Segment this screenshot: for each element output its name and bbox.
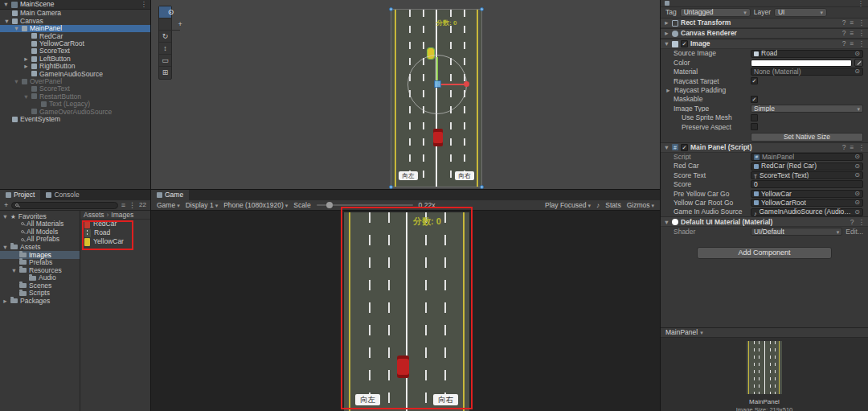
expand-arrow-icon[interactable]	[23, 55, 29, 63]
hierarchy-item-yellowcarroot[interactable]: YellowCarRoot	[0, 40, 150, 47]
use-sprite-mesh-checkbox[interactable]	[751, 114, 758, 121]
expand-arrow-icon[interactable]	[11, 267, 17, 274]
resize-handle[interactable]	[389, 7, 393, 11]
favorite-all-models[interactable]: All Models	[0, 228, 80, 236]
hierarchy-item-canvas[interactable]: Canvas	[0, 17, 150, 24]
material-field[interactable]: None (Material)	[751, 68, 863, 76]
help-icon[interactable]	[842, 40, 846, 47]
hierarchy-item-rightbutton[interactable]: RightButton	[0, 63, 150, 70]
scene-foldout-icon[interactable]	[3, 1, 9, 8]
hierarchy-scene-header[interactable]: MainScene	[0, 0, 150, 10]
raycast-padding-row[interactable]: Raycast Padding	[661, 86, 868, 95]
right-button[interactable]: 向右	[433, 394, 458, 405]
project-search[interactable]	[11, 202, 118, 209]
pre-yellow-car-field[interactable]: YellowCar	[751, 190, 863, 198]
object-picker-icon[interactable]	[854, 68, 860, 75]
breadcrumb-current[interactable]: Images	[111, 212, 133, 219]
resolution-dropdown[interactable]: Phone (1080x1920)	[223, 202, 288, 209]
pivot-handle[interactable]	[434, 80, 441, 88]
hierarchy-item-scoretext-over[interactable]: ScoreText	[0, 85, 150, 92]
road-sprite[interactable]: 分数: 0 向左 向右	[391, 10, 481, 187]
main-panel-script-header[interactable]: Main Panel (Script)	[661, 142, 868, 153]
mute-audio-icon[interactable]	[596, 202, 600, 209]
hierarchy-item-eventsystem[interactable]: EventSystem	[0, 115, 150, 122]
shader-dropdown[interactable]: UI/Default	[751, 228, 842, 236]
preview-header[interactable]: MainPanel	[661, 328, 868, 338]
expand-arrow-icon[interactable]	[2, 244, 8, 251]
road-image[interactable]: 分数: 0 向左 向右	[344, 212, 469, 411]
script-field[interactable]: MainPanel	[751, 153, 863, 161]
expand-arrow-icon[interactable]	[23, 63, 29, 70]
more-icon[interactable]	[141, 1, 148, 8]
canvas-renderer-header[interactable]: Canvas Renderer	[661, 28, 868, 39]
play-focused-dropdown[interactable]: Play Focused	[545, 202, 591, 209]
folder-resources[interactable]: Resources	[0, 266, 80, 274]
game-view[interactable]: Game Game Display 1 Phone (1080x1920) Sc…	[151, 190, 660, 411]
maskable-checkbox[interactable]	[751, 96, 758, 103]
tab-game[interactable]: Game	[151, 190, 189, 200]
expand-arrow-icon[interactable]	[4, 18, 10, 25]
asset-redcar[interactable]: RedCar	[80, 220, 150, 228]
folder-audio[interactable]: Audio	[0, 274, 80, 282]
game-in-audio-field[interactable]: GameInAudioSource (Audio Source)	[751, 208, 863, 216]
expand-arrow-icon[interactable]	[23, 93, 29, 101]
image-type-dropdown[interactable]: Simple	[751, 105, 863, 113]
folder-prefabs[interactable]: Prefabs	[0, 259, 80, 267]
add-component-button[interactable]: Add Component	[697, 247, 832, 259]
rotate-tool-button[interactable]	[159, 31, 171, 43]
left-button[interactable]: 向左	[399, 171, 418, 180]
tab-console[interactable]: Console	[40, 190, 84, 200]
assets-root[interactable]: Assets	[0, 243, 80, 251]
rect-tool-button[interactable]	[159, 55, 171, 67]
breadcrumb-root[interactable]: Assets	[84, 212, 104, 219]
scale-slider-handle[interactable]	[326, 202, 333, 208]
stats-button[interactable]: Stats	[605, 202, 620, 209]
move-tool-button[interactable]	[159, 18, 180, 31]
yellow-car-root-field[interactable]: YellowCarRoot	[751, 199, 863, 207]
object-picker-icon[interactable]	[854, 199, 860, 206]
hierarchy-item-text-legacy[interactable]: Text (Legacy)	[0, 101, 150, 108]
foldout-icon[interactable]	[665, 87, 671, 94]
object-picker-icon[interactable]	[854, 209, 860, 216]
hierarchy-item-scoretext[interactable]: ScoreText	[0, 47, 150, 55]
edit-button[interactable]: Edit...	[845, 228, 863, 236]
tag-dropdown[interactable]: Untagged	[680, 8, 751, 17]
folder-scenes[interactable]: Scenes	[0, 282, 80, 290]
hierarchy-item-mainpanel[interactable]: MainPanel	[0, 25, 150, 32]
component-enabled-checkbox[interactable]	[681, 144, 688, 151]
gizmos-dropdown[interactable]: Gizmos	[627, 202, 654, 209]
set-native-size-button[interactable]: Set Native Size	[751, 133, 863, 142]
asset-road[interactable]: Road	[80, 228, 150, 237]
object-picker-icon[interactable]	[854, 154, 860, 160]
more-icon[interactable]	[858, 30, 866, 37]
foldout-icon[interactable]	[664, 19, 669, 27]
scale-tool-button[interactable]	[159, 43, 171, 55]
more-icon[interactable]	[858, 19, 866, 27]
more-icon[interactable]	[858, 144, 866, 151]
left-button[interactable]: 向左	[355, 394, 380, 405]
x-axis-handle[interactable]	[438, 84, 465, 85]
right-button[interactable]: 向右	[455, 171, 474, 180]
resize-handle[interactable]	[480, 7, 484, 11]
source-image-field[interactable]: Road	[751, 50, 863, 58]
folder-scripts[interactable]: Scripts	[0, 290, 80, 298]
red-car-field[interactable]: RedCar (Red Car)	[751, 162, 863, 171]
object-picker-icon[interactable]	[854, 163, 860, 170]
hierarchy-item-overpanel[interactable]: OverPanel	[0, 78, 150, 85]
scene-view[interactable]: 分数: 0 向左 向右	[151, 0, 660, 190]
presets-icon[interactable]	[850, 144, 854, 151]
foldout-icon[interactable]	[664, 219, 669, 226]
tab-project[interactable]: Project	[0, 190, 40, 200]
help-icon[interactable]	[842, 30, 846, 37]
raycast-target-checkbox[interactable]	[751, 77, 758, 84]
view-tool-button[interactable]	[159, 6, 171, 18]
search-input[interactable]	[21, 202, 114, 209]
help-icon[interactable]	[842, 144, 846, 151]
presets-icon[interactable]	[850, 30, 854, 37]
object-picker-icon[interactable]	[854, 191, 860, 197]
resize-handle[interactable]	[389, 185, 393, 189]
score-text-field[interactable]: ScoreText (Text)	[751, 171, 863, 179]
expand-arrow-icon[interactable]	[14, 25, 19, 32]
hierarchy-item-main-camera[interactable]: Main Camera	[0, 10, 150, 17]
object-picker-icon[interactable]	[854, 51, 860, 57]
